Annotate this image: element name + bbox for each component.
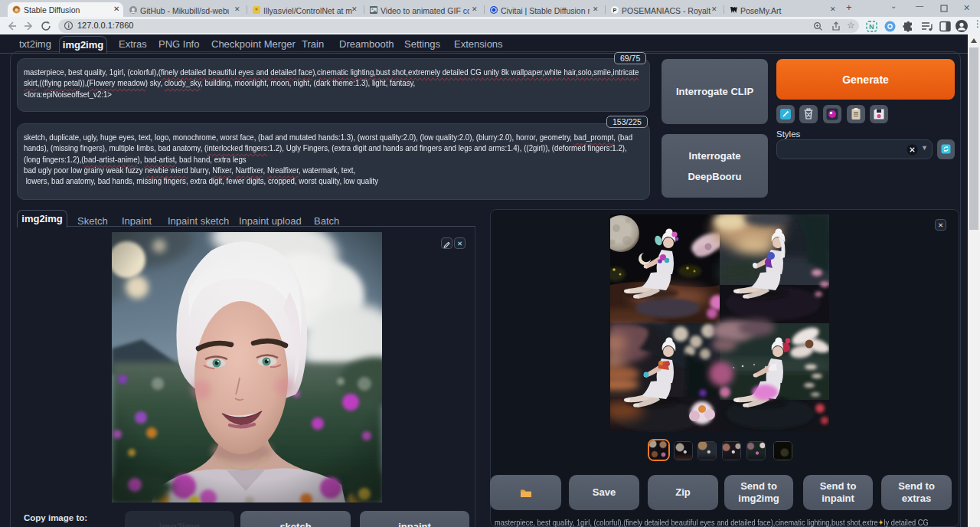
svg-text:P: P <box>612 8 616 13</box>
svg-text:N: N <box>869 23 874 31</box>
